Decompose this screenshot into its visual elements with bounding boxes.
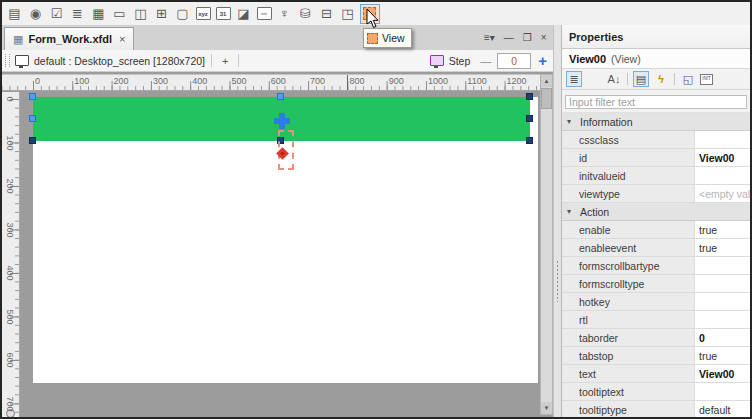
plug-icon[interactable]: ♆ <box>277 6 293 22</box>
imageviewer-icon[interactable]: ◳ <box>340 6 356 22</box>
property-row-formscrolltype[interactable]: formscrolltype <box>562 275 750 293</box>
property-row-enable[interactable]: enabletrue <box>562 221 750 239</box>
property-value[interactable] <box>695 275 750 292</box>
scroll-up-icon[interactable]: ▲ <box>541 75 552 87</box>
h-ruler-label: 1200 <box>507 76 527 86</box>
panel-splitter[interactable] <box>553 25 561 417</box>
property-row-taborder[interactable]: taborder0 <box>562 329 750 347</box>
property-value[interactable] <box>695 257 750 274</box>
v-ruler-label: 600 <box>2 352 18 368</box>
image-icon[interactable]: ◪ <box>236 6 252 22</box>
collapse-arrow-icon[interactable]: ▾ <box>562 117 580 126</box>
object-type: (View) <box>611 53 641 65</box>
sort-custom-icon[interactable]: ≣ <box>566 71 582 87</box>
events-view-icon[interactable]: ϟ <box>653 71 669 87</box>
property-value[interactable]: default <box>695 401 750 417</box>
property-row-enableevent[interactable]: enableeventtrue <box>562 239 750 257</box>
property-value[interactable] <box>695 383 750 400</box>
property-value[interactable]: 0 <box>695 329 750 346</box>
listbox-icon[interactable]: ≣ <box>70 6 86 22</box>
move-anchor-icon[interactable] <box>274 113 290 129</box>
dataset-icon[interactable]: ⛁ <box>298 6 314 22</box>
selection-handle-top-right[interactable] <box>526 93 533 100</box>
property-row-text[interactable]: textView00 <box>562 365 750 383</box>
tab-list-icon[interactable]: ≡▾ <box>484 33 495 43</box>
separator <box>627 73 628 85</box>
property-filter-input[interactable] <box>565 95 747 109</box>
popup-edit-icon[interactable]: ⊞ <box>154 6 170 22</box>
properties-view-icon[interactable]: ▤ <box>633 71 649 87</box>
textarea-icon[interactable]: xyz <box>196 7 211 20</box>
property-row-tabstop[interactable]: tabstoptrue <box>562 347 750 365</box>
property-name: taborder <box>562 329 695 346</box>
sort-alpha-icon[interactable]: A↓ <box>606 71 622 87</box>
property-row-id[interactable]: idView00 <box>562 149 750 167</box>
step-screen-icon[interactable] <box>430 55 444 66</box>
grid-icon[interactable]: ▦ <box>91 6 107 22</box>
separator[interactable] <box>586 71 602 87</box>
scroll-down-icon[interactable]: ▼ <box>541 402 552 414</box>
property-value[interactable]: true <box>695 221 750 238</box>
property-value[interactable] <box>695 293 750 310</box>
property-value[interactable]: <empty value> <box>695 185 750 202</box>
property-value[interactable]: View00 <box>695 149 750 166</box>
scrollbar-thumb[interactable] <box>541 88 552 109</box>
selection-handle-top-left[interactable] <box>29 93 36 100</box>
selection-handle-bottom-right[interactable] <box>526 137 533 144</box>
property-row-hotkey[interactable]: hotkey <box>562 293 750 311</box>
maskedit-icon[interactable]: ⋯ <box>257 7 272 20</box>
tab-close-icon[interactable]: × <box>119 33 125 45</box>
design-toolbar: default : Desktop_screen [1280x720] + St… <box>2 50 553 72</box>
property-row-initvalueid[interactable]: initvalueid <box>562 167 750 185</box>
tab-form-work[interactable]: ▦ Form_Work.xfdl × <box>4 27 134 50</box>
property-value[interactable]: View00 <box>695 365 750 382</box>
toolbar-grip[interactable] <box>5 54 10 67</box>
combo-icon[interactable]: ▤ <box>7 6 23 22</box>
tab-icon[interactable]: ◫ <box>133 6 149 22</box>
screen-label[interactable]: default : Desktop_screen [1280x720] <box>34 55 205 67</box>
step-input[interactable] <box>497 53 531 69</box>
property-row-viewtype[interactable]: viewtype<empty value> <box>562 185 750 203</box>
goto-control-icon[interactable]: ◱ <box>680 71 696 87</box>
h-ruler-label: 700 <box>310 76 325 86</box>
property-row-cssclass[interactable]: cssclass <box>562 131 750 149</box>
v-ruler-label: 500 <box>2 309 18 325</box>
property-row-formscrollbartype[interactable]: formscrollbartype <box>562 257 750 275</box>
step-decrease-icon[interactable]: — <box>480 55 491 67</box>
property-value[interactable] <box>695 131 750 148</box>
splitter-grip[interactable] <box>556 260 559 302</box>
page-icon[interactable]: ▢ <box>175 6 191 22</box>
selection-handle-middle-left[interactable] <box>29 115 36 122</box>
v-ruler-label: 300 <box>2 222 18 238</box>
selection-handle-middle-right[interactable] <box>526 115 533 122</box>
property-row-tooltiptype[interactable]: tooltiptypedefault <box>562 401 750 417</box>
collapse-arrow-icon[interactable]: ▾ <box>562 207 580 216</box>
vertical-scrollbar[interactable]: ▲ ▼ <box>540 74 553 415</box>
close-icon[interactable]: × <box>541 33 547 43</box>
selected-object-row[interactable]: View00 (View) <box>562 49 750 69</box>
selection-handle-bottom-left[interactable] <box>29 137 36 144</box>
checkbox-icon[interactable]: ☑ <box>49 6 65 22</box>
property-name: initvalueid <box>562 167 695 184</box>
property-value[interactable]: true <box>695 239 750 256</box>
property-value[interactable] <box>695 167 750 184</box>
float-icon[interactable]: ❐ <box>523 33 532 43</box>
edit-icon[interactable]: ▭ <box>112 6 128 22</box>
property-value[interactable]: true <box>695 347 750 364</box>
section-action[interactable]: ▾Action <box>562 203 750 221</box>
propertyset-icon[interactable]: ⊟ <box>319 6 335 22</box>
add-screen-button[interactable]: + <box>218 55 232 67</box>
section-information[interactable]: ▾Information <box>562 113 750 131</box>
step-controls: Step — + <box>430 53 553 69</box>
property-row-rtl[interactable]: rtl <box>562 311 750 329</box>
radio-icon[interactable]: ◉ <box>28 6 44 22</box>
h-ruler-label: 600 <box>271 76 286 86</box>
property-value[interactable] <box>695 311 750 328</box>
init-values-icon[interactable]: INIT <box>700 74 713 85</box>
minimize-icon[interactable]: — <box>504 33 514 43</box>
selection-handle-top-center[interactable] <box>277 93 284 100</box>
property-name: viewtype <box>562 185 695 202</box>
step-increase-icon[interactable]: + <box>538 53 547 68</box>
calendar-icon[interactable]: 31 <box>216 7 231 20</box>
property-row-tooltiptext[interactable]: tooltiptext <box>562 383 750 401</box>
